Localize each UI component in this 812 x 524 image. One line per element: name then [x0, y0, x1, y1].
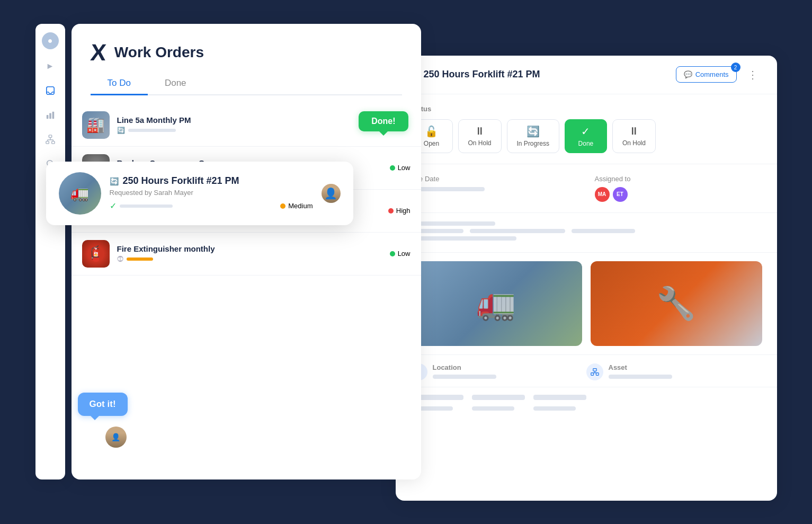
- asset-icon: [586, 363, 603, 380]
- sidebar-icon-inbox[interactable]: [43, 83, 58, 98]
- wo-name: Fire Extinguisher monthly: [117, 244, 382, 253]
- location-asset-section: Location Ass: [396, 355, 777, 387]
- assignee-avatar-ma: MA: [595, 187, 610, 202]
- svg-rect-16: [591, 372, 593, 375]
- float-avatar: 👤: [322, 184, 341, 203]
- page-title: Work Orders: [114, 44, 204, 61]
- bottom-bar-group-2: [472, 395, 525, 414]
- tab-todo[interactable]: To Do: [91, 73, 148, 95]
- status-on-hold-button-2[interactable]: ⏸ On Hold: [612, 119, 656, 153]
- status-open-label: Open: [424, 140, 439, 147]
- detail-header: 🔄 250 Hours Forklift #21 PM 💬 Comments 2…: [396, 56, 777, 94]
- status-label: Status: [411, 105, 762, 113]
- detail-image-2[interactable]: 🔧: [591, 261, 762, 346]
- float-thumb: 🚛: [59, 172, 101, 215]
- text-bar-3: [470, 229, 565, 233]
- due-assigned-section: Due Date Assigned to MA ET: [396, 164, 777, 213]
- list-item[interactable]: 🧯 Fire Extinguisher monthly ⓵ Low: [72, 233, 421, 276]
- got-it-avatar: 👤: [104, 425, 128, 449]
- sidebar: ● ►: [35, 24, 65, 479]
- main-header: X Work Orders: [72, 24, 421, 73]
- comments-button[interactable]: 💬 Comments 2: [676, 66, 737, 83]
- detail-image-1[interactable]: 🚛: [411, 261, 582, 346]
- bottom-bar-5: [533, 395, 586, 400]
- status-in-progress-label: In Progress: [517, 140, 549, 147]
- assignee-avatar-et: ET: [613, 187, 628, 202]
- text-bar-5: [411, 236, 516, 241]
- list-item[interactable]: 🏭 Line 5a Monthly PM 🔄 Done!: [72, 104, 421, 147]
- sidebar-icon-arrow[interactable]: ►: [43, 59, 58, 74]
- wo-sub: ⓵: [117, 255, 382, 263]
- svg-rect-5: [46, 141, 48, 144]
- svg-rect-15: [593, 368, 596, 371]
- float-check: ✓: [110, 201, 173, 211]
- svg-rect-3: [52, 111, 54, 119]
- text-bar-1: [411, 221, 495, 226]
- detail-title: 🔄 250 Hours Forklift #21 PM: [411, 69, 540, 80]
- due-date-bar: [411, 187, 485, 191]
- status-section: Status 🔓 Open ⏸ On Hold 🔄 In Progress ✓ …: [396, 94, 777, 164]
- location-field: Location: [411, 363, 586, 380]
- float-subtitle: Requested by Sarah Mayer: [110, 189, 313, 197]
- user-avatar[interactable]: ●: [42, 32, 59, 49]
- svg-rect-6: [51, 141, 54, 144]
- status-on-hold-button-1[interactable]: ⏸ On Hold: [458, 119, 502, 153]
- bottom-bar-group-3: [533, 395, 586, 414]
- more-options-button[interactable]: ⋮: [743, 66, 762, 83]
- float-priority: Medium: [280, 202, 313, 210]
- got-it-bubble[interactable]: Got it!: [78, 393, 128, 416]
- priority-dot: [390, 251, 395, 256]
- images-section: 🚛 🔧: [396, 253, 777, 355]
- float-info: 🔄 250 Hours Forklift #21 PM Requested by…: [110, 175, 313, 211]
- refresh-icon: 🔄: [110, 177, 119, 185]
- tab-done[interactable]: Done: [148, 73, 203, 95]
- wo-content: Line 5a Monthly PM 🔄: [117, 116, 358, 134]
- float-title: 🔄 250 Hours Forklift #21 PM: [110, 175, 313, 186]
- person-avatar-small: 👤: [105, 427, 127, 448]
- wo-content: Fire Extinguisher monthly ⓵: [117, 244, 382, 263]
- bottom-bar-3: [472, 395, 525, 400]
- location-label: Location: [433, 363, 496, 371]
- logo: X: [90, 41, 107, 64]
- two-col: Due Date Assigned to MA ET: [411, 175, 762, 202]
- wo-thumbnail: 🧯: [82, 240, 110, 268]
- wo-name: Line 5a Monthly PM: [117, 116, 358, 125]
- float-card: 🚛 🔄 250 Hours Forklift #21 PM Requested …: [46, 162, 353, 225]
- due-date-field: Due Date: [411, 175, 578, 202]
- assigned-to-field: Assigned to MA ET: [595, 175, 762, 202]
- wo-priority-badge: Low: [390, 250, 411, 257]
- wo-thumbnail: 🏭: [82, 111, 110, 139]
- svg-rect-2: [49, 113, 51, 119]
- wo-progress-bar: [127, 257, 153, 261]
- wo-priority-badge: Low: [390, 164, 411, 172]
- done-badge: Done!: [359, 111, 408, 131]
- status-on-hold-label-1: On Hold: [468, 139, 492, 147]
- wo-priority-badge: High: [388, 207, 411, 215]
- float-row: ✓ Medium: [110, 201, 313, 211]
- assigned-to-label: Assigned to: [595, 175, 762, 183]
- float-progress-bar: [120, 205, 173, 208]
- comments-label: Comments: [695, 70, 729, 78]
- sidebar-icon-chart[interactable]: [43, 108, 58, 122]
- asset-bar: [609, 375, 672, 379]
- text-bar-4: [572, 229, 635, 233]
- priority-dot: [388, 208, 394, 214]
- location-bar: [433, 375, 496, 379]
- person-avatar-img: 👤: [322, 184, 341, 203]
- svg-rect-4: [49, 135, 51, 137]
- comments-count: 2: [731, 63, 740, 72]
- status-done-button[interactable]: ✓ Done: [565, 119, 607, 153]
- bottom-bar-6: [533, 406, 576, 411]
- open-icon: 🔓: [425, 125, 438, 138]
- status-in-progress-button[interactable]: 🔄 In Progress: [507, 119, 559, 153]
- asset-label: Asset: [609, 363, 672, 371]
- wo-progress-bar: [128, 129, 176, 132]
- bottom-bars: [396, 387, 777, 421]
- sidebar-icon-org[interactable]: [43, 132, 58, 147]
- priority-dot: [280, 203, 285, 209]
- tab-bar: To Do Done: [91, 73, 402, 95]
- status-done-label: Done: [578, 140, 594, 147]
- asset-text: Asset: [609, 363, 672, 379]
- status-row: 🔓 Open ⏸ On Hold 🔄 In Progress ✓ Done ⏸: [411, 119, 762, 153]
- due-date-label: Due Date: [411, 175, 578, 183]
